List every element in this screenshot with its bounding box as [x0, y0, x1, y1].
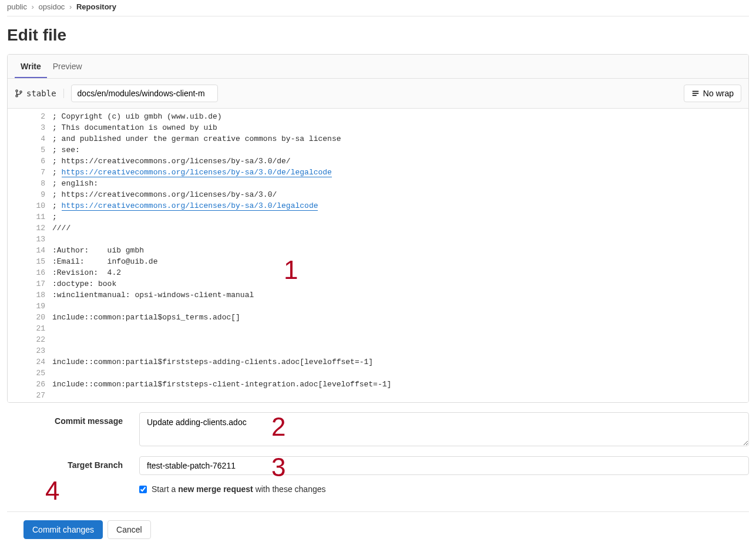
page-title: Edit file: [7, 26, 749, 45]
nowrap-icon: [691, 89, 700, 97]
tab-write[interactable]: Write: [15, 55, 47, 78]
file-path-input[interactable]: [71, 85, 218, 102]
branch-icon: [15, 89, 23, 97]
editor-panel: Write Preview stable No wrap: [7, 54, 749, 403]
breadcrumb: public › opsidoc › Repository: [7, 0, 749, 16]
branch-indicator: stable: [15, 89, 64, 98]
svg-point-0: [16, 90, 18, 92]
start-merge-request-label[interactable]: Start a new merge request with these cha…: [152, 484, 326, 494]
target-branch-label: Target Branch: [7, 456, 139, 470]
form-actions: Commit changes Cancel: [7, 520, 749, 548]
annotation-4: 4: [45, 476, 59, 506]
code-editor[interactable]: 2345678910111213141516171819202122232425…: [8, 109, 748, 402]
branch-name: stable: [26, 89, 56, 98]
divider: [7, 16, 749, 16]
breadcrumb-link-opsidoc[interactable]: opsidoc: [39, 2, 65, 11]
svg-point-1: [16, 95, 18, 97]
line-number-gutter: 2345678910111213141516171819202122232425…: [8, 109, 52, 402]
tab-preview[interactable]: Preview: [47, 55, 88, 78]
target-branch-input[interactable]: [139, 456, 749, 475]
svg-point-2: [20, 91, 22, 93]
breadcrumb-current: Repository: [76, 2, 116, 11]
editor-toolbar: stable No wrap: [8, 79, 748, 109]
commit-changes-button[interactable]: Commit changes: [23, 520, 103, 539]
start-merge-request-checkbox[interactable]: [139, 486, 147, 493]
chevron-right-icon: ›: [69, 2, 72, 11]
commit-form: Commit message Update adding-clients.ado…: [7, 403, 749, 507]
code-content[interactable]: ; Copyright (c) uib gmbh (www.uib.de); T…: [52, 109, 748, 402]
cancel-button[interactable]: Cancel: [107, 520, 151, 539]
chevron-right-icon: ›: [32, 2, 34, 11]
editor-tabs: Write Preview: [8, 55, 748, 79]
nowrap-button[interactable]: No wrap: [684, 85, 741, 102]
breadcrumb-link-public[interactable]: public: [7, 2, 27, 11]
commit-message-input[interactable]: Update adding-clients.adoc: [139, 412, 749, 446]
commit-message-label: Commit message: [7, 412, 139, 426]
divider: [7, 511, 749, 512]
